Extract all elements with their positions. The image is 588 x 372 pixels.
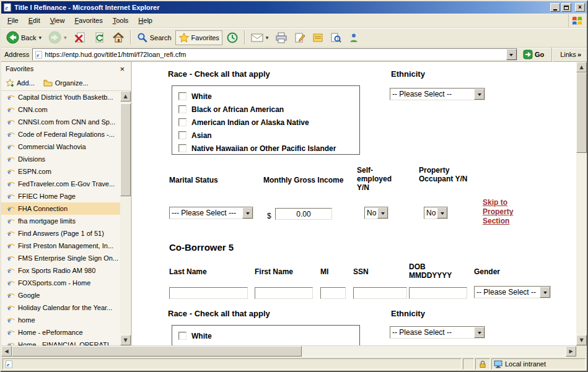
checkbox[interactable] (178, 92, 186, 100)
refresh-button[interactable] (90, 30, 108, 46)
messenger-button[interactable] (345, 30, 362, 45)
edit-button[interactable] (291, 30, 309, 45)
address-field[interactable]: e (32, 48, 517, 61)
add-favorite-button[interactable]: Add... (6, 79, 35, 87)
ssn-input[interactable] (353, 287, 407, 299)
race-option-row[interactable]: American Indian or Alaska Native (178, 116, 359, 129)
favorite-item[interactable]: e Fox Sports Radio AM 980 (1, 264, 131, 277)
favorite-item[interactable]: e FMS Enterprise Single Sign On... (1, 252, 131, 264)
scroll-up-button[interactable]: ▲ (576, 62, 587, 72)
checkbox[interactable] (178, 105, 186, 113)
scroll-right-button[interactable]: ▶ (566, 346, 576, 357)
favorite-item[interactable]: e Commercial Wachovia (1, 141, 131, 153)
favorite-label: Commercial Wachovia (18, 143, 86, 150)
home-button[interactable] (109, 30, 128, 46)
favorite-item[interactable]: e FOXSports.com - Home (1, 277, 131, 289)
research-button[interactable] (327, 30, 344, 45)
dropdown-button[interactable] (437, 207, 447, 218)
menu-item[interactable]: Favorites (69, 15, 107, 26)
scroll-down-button[interactable]: ▼ (576, 335, 587, 345)
scroll-left-button[interactable]: ◀ (1, 346, 12, 357)
favorite-item[interactable]: e FHA Connection (1, 202, 131, 215)
favorite-item[interactable]: e CNNSI.com from CNN and Sp... (1, 116, 131, 128)
scrollbar-thumb[interactable] (12, 346, 302, 357)
mail-button[interactable]: ▼ (248, 31, 272, 45)
menu-item[interactable]: File (2, 15, 24, 26)
dropdown-button[interactable] (474, 89, 485, 100)
menu-item[interactable]: Edit (24, 15, 45, 26)
marital-status-select[interactable]: --- Please Select --- (169, 207, 253, 219)
page-vertical-scrollbar[interactable]: ▲ ▼ (576, 62, 587, 345)
favorite-item[interactable]: e FedTraveler.com E-Gov Trave... (1, 178, 131, 190)
favorite-item[interactable]: e Code of Federal Regulations -... (1, 128, 131, 141)
mi-label: MI (320, 267, 328, 276)
scroll-down-button[interactable]: ▼ (120, 335, 131, 345)
search-button[interactable]: Search (134, 30, 175, 45)
gender-select[interactable]: -- Please Select -- (474, 286, 551, 298)
favorite-item[interactable]: e Google (1, 289, 131, 301)
favorites-close-button[interactable]: × (118, 65, 126, 73)
scroll-up-button[interactable]: ▲ (120, 91, 131, 102)
favorite-item[interactable]: e Capital District Youth Basketb... (1, 91, 131, 103)
dropdown-button[interactable] (377, 207, 388, 218)
race-option-row[interactable]: White (178, 329, 359, 342)
dropdown-button[interactable] (242, 207, 253, 218)
mi-input[interactable] (320, 287, 346, 299)
last-name-input[interactable] (169, 287, 248, 299)
checkbox[interactable] (178, 332, 186, 340)
ethnicity-select-2[interactable]: -- Please Select -- (390, 326, 485, 339)
favorites-button[interactable]: Favorites (175, 30, 222, 45)
dropdown-button[interactable] (474, 327, 485, 338)
self-employed-select[interactable]: No (364, 207, 388, 219)
menu-item[interactable]: Tools (108, 15, 134, 26)
favorite-item[interactable]: e fha mortgage limits (1, 215, 131, 227)
property-occupant-select[interactable]: No (424, 207, 448, 219)
maximize-button[interactable] (561, 3, 571, 12)
favorite-item[interactable]: e Home - FINANCIAL OPERATI... (1, 339, 131, 345)
skip-to-property-link[interactable]: Skip to Property Section (483, 198, 524, 226)
favorite-item[interactable]: e Holiday Calendar for the Year... (1, 301, 131, 314)
scrollbar-thumb[interactable] (576, 72, 587, 153)
favorite-label: CNNSI.com from CNN and Sp... (18, 118, 115, 126)
page-horizontal-scrollbar[interactable]: ◀ ▶ (1, 345, 587, 356)
favorite-item[interactable]: e CNN.com (1, 103, 131, 116)
stop-button[interactable] (71, 30, 89, 46)
dob-input[interactable] (409, 287, 467, 299)
dropdown-button[interactable] (540, 287, 550, 298)
favorite-item[interactable]: e Home - ePeformance (1, 326, 131, 339)
discuss-button[interactable] (309, 30, 327, 45)
svg-text:e: e (6, 4, 9, 11)
go-button[interactable]: Go (520, 49, 546, 60)
race-option-row[interactable]: Black or African American (178, 103, 359, 116)
favorite-item[interactable]: e ESPN.com (1, 165, 131, 178)
print-button[interactable] (272, 30, 291, 45)
back-button[interactable]: Back ▼ (3, 29, 45, 46)
favorites-scrollbar[interactable]: ▲ ▼ (120, 91, 131, 345)
forward-button[interactable]: ▼ (45, 29, 70, 46)
close-button[interactable]: × (575, 3, 585, 12)
race-option-row[interactable]: Asian (178, 129, 359, 142)
favorite-item[interactable]: e Find Answers (Page 1 of 51) (1, 227, 131, 240)
menu-item[interactable]: View (45, 15, 70, 26)
checkbox[interactable] (178, 131, 186, 139)
favorite-item[interactable]: e Divisions (1, 153, 131, 165)
first-name-input[interactable] (255, 287, 313, 299)
organize-favorites-button[interactable]: Organize... (43, 79, 89, 87)
favorite-label: Home - ePeformance (18, 329, 83, 336)
history-button[interactable] (223, 30, 242, 46)
income-input[interactable] (275, 208, 332, 220)
favorite-item[interactable]: e First Preston Management, In... (1, 240, 131, 252)
race-option-row[interactable]: White (178, 90, 359, 103)
favorite-item[interactable]: e home (1, 314, 131, 326)
links-button[interactable]: Links » (558, 51, 584, 58)
address-dropdown-button[interactable] (506, 49, 517, 60)
menu-item[interactable]: Help (133, 15, 157, 26)
checkbox[interactable] (178, 144, 186, 152)
address-input[interactable] (45, 50, 504, 59)
checkbox[interactable] (178, 118, 186, 126)
race-option-row[interactable]: Native Hawaiian or Other Pacific Islande… (178, 142, 359, 155)
favorite-item[interactable]: e FFIEC Home Page (1, 190, 131, 202)
scrollbar-thumb[interactable] (120, 103, 131, 196)
minimize-button[interactable] (550, 3, 560, 12)
ethnicity-select[interactable]: -- Please Select -- (390, 88, 485, 100)
